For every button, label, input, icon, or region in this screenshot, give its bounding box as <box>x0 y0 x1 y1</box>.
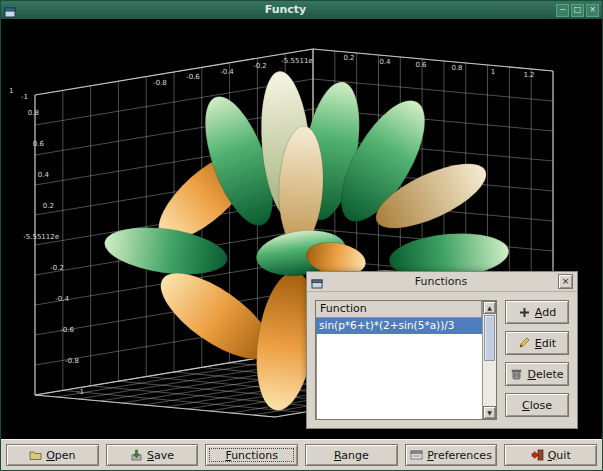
delete-button-label: Delete <box>527 368 563 381</box>
app-icon <box>4 4 17 17</box>
axis-label: -0.8 <box>65 357 79 365</box>
scrollbar-thumb[interactable] <box>484 315 495 361</box>
folder-icon <box>29 449 42 462</box>
plus-icon <box>518 306 531 319</box>
axis-label: -0.2 <box>253 62 267 70</box>
quit-button[interactable]: Quit <box>504 444 597 466</box>
axis-label: 0.6 <box>415 61 427 69</box>
preferences-button[interactable]: Preferences <box>405 444 498 466</box>
maximize-button[interactable]: □ <box>571 4 584 17</box>
functions-dialog: Functions × Function sin(p*6+t)*(2+sin(5… <box>306 271 578 429</box>
minimize-button[interactable]: − <box>556 4 569 17</box>
app-window: Functy − □ × -0.8 -0.6 <box>0 0 603 471</box>
trash-icon <box>510 368 523 381</box>
axis-label: -0.6 <box>186 73 200 81</box>
axis-label: -5.55112e <box>23 233 59 241</box>
close-dialog-button[interactable]: Close <box>505 393 569 417</box>
axis-label: -1 <box>21 93 28 101</box>
range-button-label: Range <box>334 449 369 462</box>
pencil-icon <box>518 337 531 350</box>
axis-label: -0.4 <box>220 68 234 76</box>
functions-button-label: Functions <box>225 449 278 462</box>
axis-label: -5.5511e <box>281 57 312 65</box>
close-button[interactable]: × <box>586 4 599 17</box>
save-button[interactable]: Save <box>106 444 199 466</box>
axis-label: -0.8 <box>153 79 167 87</box>
plot-viewport[interactable]: -0.8 -0.6 -0.4 -0.2 -5.5511e 0.2 0.4 0.6… <box>1 19 602 439</box>
dialog-close-button[interactable]: × <box>558 274 573 289</box>
axis-label: 0.4 <box>379 58 391 66</box>
preferences-button-label: Preferences <box>427 449 492 462</box>
axis-label: 0.2 <box>343 54 354 62</box>
dialog-titlebar[interactable]: Functions × <box>307 272 577 292</box>
edit-button-label: Edit <box>535 337 556 350</box>
titlebar[interactable]: Functy − □ × <box>1 1 602 19</box>
axis-label: 0.6 <box>33 140 45 148</box>
add-button[interactable]: Add <box>505 300 569 324</box>
delete-button[interactable]: Delete <box>505 362 569 386</box>
range-button[interactable]: Range <box>305 444 398 466</box>
axis-label: -0.6 <box>60 326 74 334</box>
axis-label: -0.4 <box>55 295 69 303</box>
dialog-icon <box>311 275 324 288</box>
axis-label: 0.8 <box>28 109 39 117</box>
dialog-title: Functions <box>324 275 558 288</box>
axis-label: 0.4 <box>38 171 50 179</box>
axis-label: 1.2 <box>523 71 534 79</box>
functions-button[interactable]: Functions <box>205 444 298 466</box>
open-button[interactable]: Open <box>6 444 99 466</box>
open-button-label: Open <box>46 449 75 462</box>
axis-label: 1 <box>491 68 495 76</box>
axis-label: -0.2 <box>50 264 64 272</box>
quit-icon <box>531 449 544 462</box>
function-list: Function sin(p*6+t)*(2+sin(5*a))/3 ▲ ▼ <box>315 300 497 420</box>
list-item-selected[interactable]: sin(p*6+t)*(2+sin(5*a))/3 <box>316 318 482 334</box>
close-button-label: Close <box>522 399 552 412</box>
scroll-up-icon[interactable]: ▲ <box>483 301 496 314</box>
axis-label: 0.8 <box>451 64 462 72</box>
scroll-down-icon[interactable]: ▼ <box>483 406 496 419</box>
axis-label: -1 <box>77 388 84 396</box>
save-icon <box>130 449 143 462</box>
edit-button[interactable]: Edit <box>505 331 569 355</box>
axis-label: 0.2 <box>43 202 54 210</box>
preferences-icon <box>410 449 423 462</box>
save-button-label: Save <box>147 449 174 462</box>
list-scrollbar[interactable]: ▲ ▼ <box>482 301 496 419</box>
bottom-toolbar: Open Save Functions Range Preferences Qu… <box>1 439 602 470</box>
add-button-label: Add <box>535 306 556 319</box>
axis-label: 1 <box>9 87 13 95</box>
quit-button-label: Quit <box>548 449 571 462</box>
petal <box>102 221 231 282</box>
window-title: Functy <box>17 1 554 19</box>
list-column-header[interactable]: Function <box>316 301 482 318</box>
